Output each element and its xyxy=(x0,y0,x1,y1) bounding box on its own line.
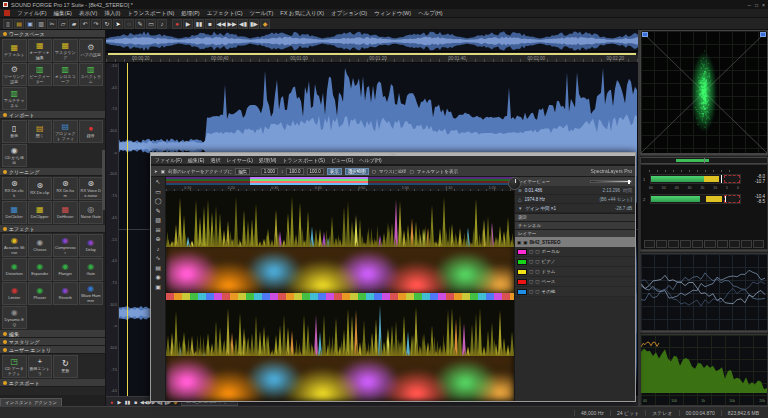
transport-icon[interactable]: ◆ xyxy=(260,19,270,29)
tab-instant-action[interactable]: インスタント アクション xyxy=(0,398,62,406)
cleaning-button[interactable]: ▦DeHisser xyxy=(53,201,78,224)
front-layer-checkbox[interactable]: ▣ xyxy=(161,169,165,174)
playhead-cursor[interactable] xyxy=(127,63,128,396)
tool-icon[interactable]: ✎ xyxy=(155,208,160,215)
section-mastering[interactable]: マスタリング xyxy=(0,338,105,346)
h-zoom-value[interactable]: 1.000 xyxy=(261,168,278,175)
tool-icon[interactable]: ▨ xyxy=(155,217,161,224)
cleaning-button[interactable]: ▦DeClipper xyxy=(28,201,53,224)
menu-item[interactable]: 編集(E) xyxy=(54,10,72,17)
toolbar-icon[interactable]: ➤ xyxy=(113,19,123,29)
workspace-button[interactable]: ⚙ツーリング設定 xyxy=(2,63,27,86)
import-button[interactable]: ◉CD から抽出 xyxy=(2,144,27,167)
toolbar-icon[interactable]: ✂ xyxy=(47,19,57,29)
spectralayers-menu-item[interactable]: 処理(M) xyxy=(259,157,277,163)
master-layer-row[interactable]: ▣ ▣ 8k42_STEREO xyxy=(515,237,635,247)
tool-icon[interactable]: ▤ xyxy=(155,265,161,272)
menu-item[interactable]: FX お気に入り(X) xyxy=(280,10,324,17)
layer-row[interactable]: ▢ ▢ ベース xyxy=(515,277,635,287)
section-workspace[interactable]: ワークスペース xyxy=(0,30,105,38)
layer-visibility-checkbox[interactable]: ▢ xyxy=(529,259,533,264)
tool-icon[interactable]: ▣ xyxy=(155,284,161,291)
spectralayers-menu-item[interactable]: ヘルプ(H) xyxy=(359,157,381,163)
layer-solo-checkbox[interactable]: ▢ xyxy=(535,279,539,284)
toolbar-icon[interactable]: ▱ xyxy=(58,19,68,29)
dock-icon[interactable] xyxy=(760,32,766,37)
workspace-button[interactable]: ▦オーディオ編集 xyxy=(28,39,53,62)
transport-icon[interactable]: ▶▶ xyxy=(227,19,237,29)
menu-item[interactable]: 表示(V) xyxy=(79,10,97,17)
workspace-button[interactable]: ▦デフォルト xyxy=(2,39,27,62)
overview-waveform[interactable] xyxy=(106,30,638,52)
edit-mode-button[interactable]: 編集 xyxy=(235,168,250,175)
spectralayers-menu-item[interactable]: ビュー(G) xyxy=(331,157,353,163)
import-button[interactable]: ▤プロジェクト ファイル xyxy=(53,120,78,143)
effect-button[interactable]: ◉Distortion xyxy=(2,258,27,281)
sidebar-scrollbar[interactable] xyxy=(102,150,105,210)
toolbar-icon[interactable]: ▭ xyxy=(146,19,156,29)
tool-icon[interactable]: ◉ xyxy=(155,274,160,281)
opacity-value[interactable]: 100.0 xyxy=(307,168,324,175)
transport-icon[interactable]: ▮▶ xyxy=(249,19,259,29)
effect-button[interactable]: ◉Delay xyxy=(79,234,104,257)
effect-button[interactable]: ◉Gate xyxy=(79,258,104,281)
cleaning-button[interactable]: ⊛RX De-click xyxy=(2,177,27,200)
toolbar-icon[interactable]: ✎ xyxy=(135,19,145,29)
transport-icon[interactable]: ▶ xyxy=(183,19,193,29)
mini-transport-icon[interactable]: ◀◀ xyxy=(140,399,147,405)
spectrogram-bottom[interactable] xyxy=(166,300,514,402)
cleaning-button[interactable]: ⊛RX De-clip xyxy=(28,177,53,200)
section-cleaning[interactable]: クリーニング xyxy=(0,168,105,176)
section-edit[interactable]: 編集 xyxy=(0,330,105,338)
workspace-button[interactable]: ▥オシロスコープ xyxy=(53,63,78,86)
effect-button[interactable]: ◉Limiter xyxy=(2,282,27,305)
section-layers[interactable]: レイヤー xyxy=(515,229,635,237)
toolbar-icon[interactable]: ▥ xyxy=(36,19,46,29)
spectralayers-menu-item[interactable]: レイヤー(L) xyxy=(227,157,253,163)
menu-item[interactable]: ヘルプ(H) xyxy=(418,10,443,17)
tool-icon[interactable]: ◯ xyxy=(155,198,162,205)
formant-checkbox[interactable]: ▢ xyxy=(409,169,413,174)
layer-strip-other[interactable] xyxy=(166,183,514,185)
dock-icon[interactable] xyxy=(642,32,648,37)
spectrogram-top[interactable] xyxy=(166,191,514,293)
menu-item[interactable]: 挿入(I) xyxy=(104,10,120,17)
spectralayers-menu-item[interactable]: 編集(E) xyxy=(188,157,205,163)
minimize-button[interactable]: ─ xyxy=(748,2,752,8)
spectralayers-menu-item[interactable]: ファイル(F) xyxy=(155,157,182,163)
section-export[interactable]: エクスポート xyxy=(0,379,105,387)
layer-solo-checkbox[interactable]: ▣ xyxy=(523,240,527,245)
spectrogram-canvas[interactable]: 0:100:200:300:400:501:001:101:20 xyxy=(166,177,514,401)
workspace-button[interactable]: ▥ピークメーター xyxy=(28,63,53,86)
cleaning-button[interactable]: ◎Noise Gate xyxy=(79,201,104,224)
effect-button[interactable]: ◉Reverb xyxy=(53,282,78,305)
effect-button[interactable]: ◉Phaser xyxy=(28,282,53,305)
effect-button[interactable]: ◉Wave Hammer xyxy=(79,282,104,305)
tool-icon[interactable]: ⊕ xyxy=(155,236,160,243)
user-entry-button[interactable]: ↻更新 xyxy=(53,355,78,378)
spectralayers-menu-item[interactable]: トランスポート(S) xyxy=(283,157,325,163)
section-import[interactable]: インポート xyxy=(0,111,105,119)
display-button[interactable]: 表示 xyxy=(327,168,342,175)
mini-transport-icon[interactable]: ■ xyxy=(132,399,139,405)
spectralayers-menu-item[interactable]: 選択 xyxy=(211,157,221,163)
effect-button[interactable]: ◉Chorus xyxy=(28,234,53,257)
loop-region[interactable] xyxy=(108,53,636,55)
workspace-button[interactable]: ▦マスタリング xyxy=(53,39,78,62)
effect-button[interactable]: ◉Dynamic EQ xyxy=(2,306,27,329)
tool-icon[interactable]: ♪ xyxy=(157,246,160,253)
section-channels[interactable]: チャンネル xyxy=(515,221,635,229)
toolbar-icon[interactable]: ♪ xyxy=(157,19,167,29)
layer-row[interactable]: ▢ ▢ ドラム xyxy=(515,267,635,277)
import-button[interactable]: ▤開く xyxy=(28,120,53,143)
toolbar-icon[interactable]: ▣ xyxy=(25,19,35,29)
transport-icon[interactable]: ◀◀ xyxy=(216,19,226,29)
import-button[interactable]: ▯新規 xyxy=(2,120,27,143)
user-entry-button[interactable]: ◳CD アーキテクト xyxy=(2,355,27,378)
layer-solo-checkbox[interactable]: ▢ xyxy=(535,289,539,294)
cleaning-button[interactable]: ⊛RX De-hum xyxy=(53,177,78,200)
toolbar-icon[interactable]: ▯ xyxy=(3,19,13,29)
transport-icon[interactable]: ▮▮ xyxy=(194,19,204,29)
menu-item[interactable]: ウィンドウ(W) xyxy=(374,10,411,17)
tool-icon[interactable]: ∿ xyxy=(155,255,160,262)
